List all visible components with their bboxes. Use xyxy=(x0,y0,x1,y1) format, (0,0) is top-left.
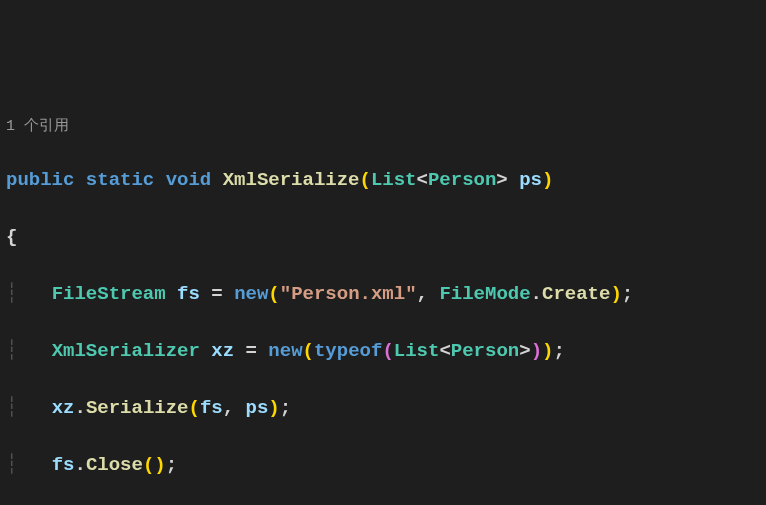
method-close: Close xyxy=(86,454,143,476)
dot: . xyxy=(74,397,85,419)
method-serialize: Serialize xyxy=(86,397,189,419)
enum-create: Create xyxy=(542,283,610,305)
type-list: List xyxy=(371,169,417,191)
semi: ; xyxy=(166,454,177,476)
indent-guide: ┆ xyxy=(6,340,52,362)
keyword-public: public xyxy=(6,169,74,191)
angle-open: < xyxy=(439,340,450,362)
space xyxy=(154,169,165,191)
space xyxy=(234,397,245,419)
var-ps: ps xyxy=(246,397,269,419)
paren-close: ) xyxy=(542,169,553,191)
code-line[interactable]: ┆ FileStream fs = new("Person.xml", File… xyxy=(6,280,766,309)
equals: = xyxy=(200,283,234,305)
indent-guide: ┆ xyxy=(6,454,52,476)
comma: , xyxy=(417,283,428,305)
keyword-static: static xyxy=(86,169,154,191)
param-ps: ps xyxy=(519,169,542,191)
semi: ; xyxy=(622,283,633,305)
type-filestream: FileStream xyxy=(52,283,166,305)
semi: ; xyxy=(553,340,564,362)
keyword-new: new xyxy=(234,283,268,305)
paren-open: ( xyxy=(360,169,371,191)
code-line[interactable]: public static void XmlSerialize(List<Per… xyxy=(6,166,766,195)
type-list: List xyxy=(394,340,440,362)
dot: . xyxy=(531,283,542,305)
var-fs: fs xyxy=(177,283,200,305)
code-line[interactable]: ┆ XmlSerializer xz = new(typeof(List<Per… xyxy=(6,337,766,366)
string-literal: "Person.xml" xyxy=(280,283,417,305)
type-person: Person xyxy=(428,169,496,191)
space xyxy=(428,283,439,305)
var-fs: fs xyxy=(52,454,75,476)
keyword-typeof: typeof xyxy=(314,340,382,362)
paren-open: ( xyxy=(143,454,154,476)
paren-open: ( xyxy=(382,340,393,362)
code-line[interactable]: ┆ xz.Serialize(fs, ps); xyxy=(6,394,766,423)
equals: = xyxy=(234,340,268,362)
space xyxy=(211,169,222,191)
angle-close: > xyxy=(519,340,530,362)
paren-open: ( xyxy=(189,397,200,419)
paren-close: ) xyxy=(542,340,553,362)
keyword-new: new xyxy=(268,340,302,362)
indent-guide: ┆ xyxy=(6,283,52,305)
angle-open: < xyxy=(417,169,428,191)
type-xmlserializer: XmlSerializer xyxy=(52,340,200,362)
comma: , xyxy=(223,397,234,419)
paren-close: ) xyxy=(610,283,621,305)
brace-open: { xyxy=(6,226,17,248)
space xyxy=(200,340,211,362)
code-line[interactable]: { xyxy=(6,223,766,252)
method-xmlserialize: XmlSerialize xyxy=(223,169,360,191)
angle-close: > xyxy=(496,169,507,191)
paren-close: ) xyxy=(268,397,279,419)
indent-guide: ┆ xyxy=(6,397,52,419)
var-xz: xz xyxy=(52,397,75,419)
paren-open: ( xyxy=(268,283,279,305)
codelens-ref-1[interactable]: 1 个引用 xyxy=(6,116,766,137)
var-xz: xz xyxy=(211,340,234,362)
dot: . xyxy=(74,454,85,476)
code-line[interactable]: ┆ fs.Close(); xyxy=(6,451,766,480)
paren-close: ) xyxy=(531,340,542,362)
semi: ; xyxy=(280,397,291,419)
paren-close: ) xyxy=(154,454,165,476)
type-filemode: FileMode xyxy=(439,283,530,305)
space xyxy=(166,283,177,305)
space xyxy=(74,169,85,191)
keyword-void: void xyxy=(166,169,212,191)
type-person: Person xyxy=(451,340,519,362)
paren-open: ( xyxy=(303,340,314,362)
space xyxy=(508,169,519,191)
var-fs: fs xyxy=(200,397,223,419)
